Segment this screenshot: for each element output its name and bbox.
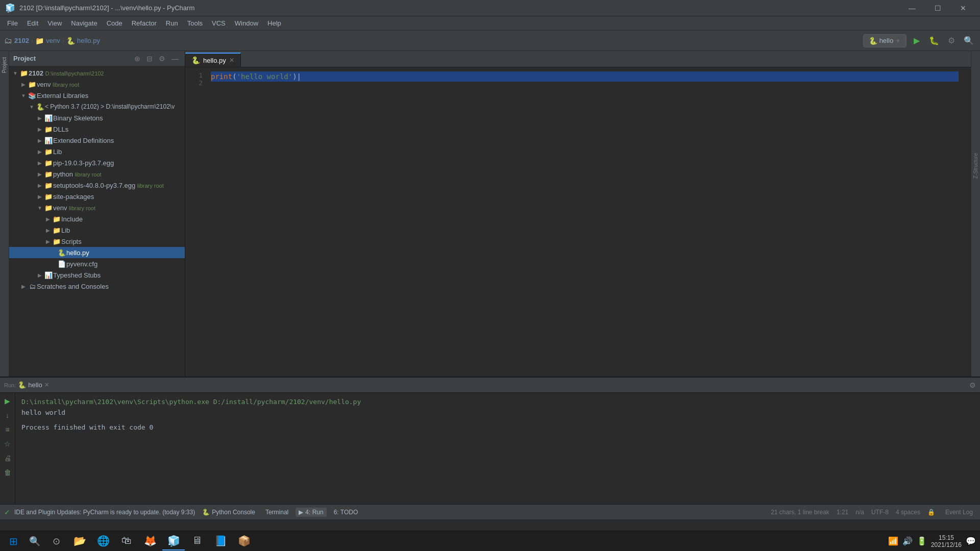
run-button[interactable]: ▶ bbox=[910, 34, 924, 48]
bottom-tab-todo[interactable]: 6: TODO bbox=[331, 508, 361, 517]
tree-item-venv[interactable]: ▶ 📁 venv library root bbox=[9, 79, 185, 90]
tree-item-python-lib[interactable]: ▶ 📁 python library root bbox=[9, 168, 185, 180]
clock-date: 2021/12/16 bbox=[931, 541, 962, 548]
menu-view[interactable]: View bbox=[43, 18, 66, 29]
bottom-tab-terminal[interactable]: Terminal bbox=[262, 508, 291, 517]
taskbar-sound-icon: 🔊 bbox=[902, 536, 913, 546]
tree-label-setuptools: setuptools-40.8.0-py3.7.egg library root bbox=[53, 182, 185, 189]
tree-item-pyvenv-cfg[interactable]: 📄 pyvenv.cfg bbox=[9, 258, 185, 269]
run-trash-btn[interactable]: 🗑 bbox=[2, 466, 14, 479]
code-line-2 bbox=[211, 82, 959, 92]
encoding-info: UTF-8 bbox=[871, 509, 889, 516]
taskbar-terminal[interactable]: 🖥 bbox=[186, 532, 208, 550]
window-title: 2102 [D:\install\pycharm\2102] - ...\ven… bbox=[19, 4, 194, 12]
system-clock[interactable]: 15:15 2021/12/16 bbox=[931, 534, 962, 548]
run-print-btn[interactable]: 🖨 bbox=[2, 452, 14, 464]
menu-navigate[interactable]: Navigate bbox=[67, 18, 101, 29]
code-editor[interactable]: print('hello world') bbox=[206, 67, 964, 377]
sidebar-locate-btn[interactable]: ⊕ bbox=[132, 54, 142, 64]
run-settings-icon[interactable]: ⚙ bbox=[969, 381, 976, 389]
run-panel-tabs: Run: 🐍 hello ✕ ⚙ bbox=[0, 378, 980, 393]
notification-icon[interactable]: 💬 bbox=[966, 536, 976, 546]
menu-edit[interactable]: Edit bbox=[23, 18, 42, 29]
run-star-btn[interactable]: ☆ bbox=[2, 438, 14, 450]
breadcrumb-venv[interactable]: venv bbox=[46, 37, 60, 44]
breadcrumb-file[interactable]: hello.py bbox=[77, 37, 100, 44]
run-wrap-btn[interactable]: ≡ bbox=[2, 423, 14, 436]
menu-vcs[interactable]: VCS bbox=[208, 18, 230, 29]
cursor-position: 1:21 bbox=[837, 509, 848, 516]
debug-button[interactable]: 🐛 bbox=[927, 34, 941, 48]
tree-item-python37[interactable]: ▼ 🐍 < Python 3.7 (2102) > D:\install\pyc… bbox=[9, 101, 185, 112]
z-structure-label[interactable]: Z-Structure bbox=[973, 153, 978, 179]
settings-button[interactable]: ⚙ bbox=[944, 34, 959, 48]
sidebar-hide-btn[interactable]: — bbox=[169, 54, 181, 64]
minimize-button[interactable]: — bbox=[900, 0, 924, 16]
editor-area: 🐍 hello.py ✕ 1 2 print('hello world') bbox=[185, 51, 971, 377]
menu-file[interactable]: File bbox=[3, 18, 22, 29]
tree-item-extended-defs[interactable]: ▶ 📊 Extended Definitions bbox=[9, 135, 185, 146]
taskbar-store[interactable]: 🛍 bbox=[115, 532, 138, 550]
taskbar-left: ⊞ 🔍 ⊙ bbox=[4, 532, 65, 550]
z-structure-strip: Z-Structure bbox=[971, 51, 980, 377]
taskbar-pycharm[interactable]: 🧊 bbox=[162, 532, 185, 550]
tree-item-hello-py[interactable]: 🐍 hello.py bbox=[9, 247, 185, 258]
run-tab-hello[interactable]: 🐍 hello ✕ bbox=[18, 381, 48, 389]
run-config-button[interactable]: 🐍 hello ▼ bbox=[863, 34, 906, 47]
tree-item-lib2[interactable]: ▶ 📁 Lib bbox=[9, 224, 185, 236]
sidebar-settings-btn[interactable]: ⚙ bbox=[157, 54, 167, 64]
run-down-btn[interactable]: ↓ bbox=[2, 409, 14, 421]
project-tree: ▼ 📁 2102 D:\install\pycharm\2102 ▶ 📁 ven… bbox=[9, 66, 185, 377]
run-tab-close[interactable]: ✕ bbox=[44, 382, 49, 388]
tab-close-button[interactable]: ✕ bbox=[229, 57, 234, 64]
taskbar-file-explorer[interactable]: 📂 bbox=[68, 532, 91, 550]
tree-item-site-packages[interactable]: ▶ 📁 site-packages bbox=[9, 191, 185, 202]
bottom-tab-python-console[interactable]: 🐍 Python Console bbox=[199, 508, 258, 517]
tree-item-external-libs[interactable]: ▼ 📚 External Libraries bbox=[9, 90, 185, 101]
menu-help[interactable]: Help bbox=[263, 18, 285, 29]
taskbar-edge[interactable]: 🌐 bbox=[92, 532, 114, 550]
tab-hello-py[interactable]: 🐍 hello.py ✕ bbox=[185, 53, 241, 67]
maximize-button[interactable]: ☐ bbox=[926, 0, 949, 16]
tab-label: hello.py bbox=[203, 57, 226, 64]
tree-item-pip[interactable]: ▶ 📁 pip-19.0.3-py3.7.egg bbox=[9, 157, 185, 168]
search-taskbar-button[interactable]: 🔍 bbox=[26, 532, 44, 550]
close-button[interactable]: ✕ bbox=[951, 0, 975, 16]
sidebar-collapse-btn[interactable]: ⊟ bbox=[144, 54, 155, 64]
taskbar-edge2[interactable]: 📘 bbox=[209, 532, 232, 550]
tree-item-root[interactable]: ▼ 📁 2102 D:\install\pycharm\2102 bbox=[9, 67, 185, 79]
tree-item-lib[interactable]: ▶ 📁 Lib bbox=[9, 146, 185, 157]
taskbar-red[interactable]: 🦊 bbox=[139, 532, 161, 550]
editor-content[interactable]: 1 2 print('hello world') bbox=[185, 67, 971, 377]
tree-item-include[interactable]: ▶ 📁 Include bbox=[9, 213, 185, 224]
menu-run[interactable]: Run bbox=[162, 18, 182, 29]
taskbar-battery-icon: 🔋 bbox=[917, 536, 927, 546]
project-strip[interactable]: Project bbox=[1, 53, 8, 77]
code-line-1: print('hello world') bbox=[211, 71, 959, 82]
clock-time: 15:15 bbox=[931, 534, 962, 541]
tree-item-binary-skeletons[interactable]: ▶ 📊 Binary Skeletons bbox=[9, 112, 185, 123]
tree-item-scripts[interactable]: ▶ 📁 Scripts bbox=[9, 236, 185, 247]
breadcrumb-project[interactable]: 2102 bbox=[14, 37, 29, 44]
start-button[interactable]: ⊞ bbox=[4, 532, 22, 550]
tree-label-hello-py: hello.py bbox=[66, 249, 185, 257]
taskbar-orange[interactable]: 📦 bbox=[233, 532, 255, 550]
tree-item-dlls[interactable]: ▶ 📁 DLLs bbox=[9, 123, 185, 135]
run-result: hello world bbox=[21, 408, 974, 418]
taskview-button[interactable]: ⊙ bbox=[47, 532, 65, 550]
menu-code[interactable]: Code bbox=[103, 18, 127, 29]
search-button[interactable]: 🔍 bbox=[962, 34, 976, 48]
tree-item-venv-lib[interactable]: ▼ 📁 venv library root bbox=[9, 202, 185, 213]
menu-window[interactable]: Window bbox=[231, 18, 262, 29]
bottom-tab-run[interactable]: ▶ 4: Run bbox=[296, 508, 326, 517]
tree-item-setuptools[interactable]: ▶ 📁 setuptools-40.8.0-py3.7.egg library … bbox=[9, 180, 185, 191]
tree-item-scratches[interactable]: ▶ 🗂 Scratches and Consoles bbox=[9, 281, 185, 292]
status-notification: IDE and Plugin Updates: PyCharm is ready… bbox=[14, 509, 195, 516]
menu-tools[interactable]: Tools bbox=[183, 18, 207, 29]
left-strip: Project bbox=[0, 51, 9, 377]
run-play-btn[interactable]: ▶ bbox=[2, 395, 14, 407]
event-log-btn[interactable]: Event Log bbox=[942, 508, 976, 517]
menu-refactor[interactable]: Refactor bbox=[128, 18, 161, 29]
tree-label-root: 2102 D:\install\pycharm\2102 bbox=[29, 69, 185, 77]
tree-item-typeshed[interactable]: ▶ 📊 Typeshed Stubs bbox=[9, 269, 185, 281]
